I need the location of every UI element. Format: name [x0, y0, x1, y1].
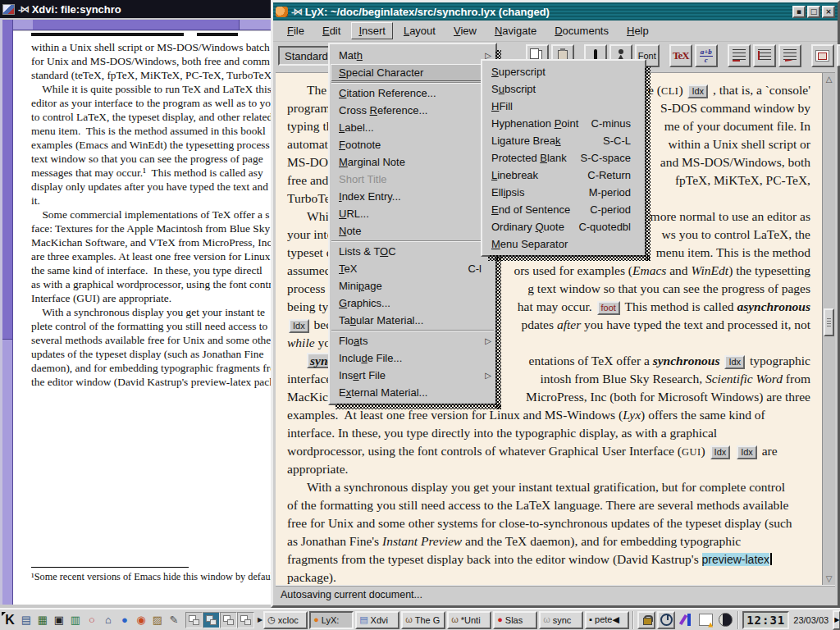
task-button-slas[interactable]: ●Slas: [493, 611, 537, 629]
xdvi-hscroll-thumb[interactable]: [33, 20, 240, 30]
task-button-the-g[interactable]: ωThe G: [401, 611, 445, 629]
task-button-xcloc[interactable]: ◷xcloc: [263, 611, 308, 629]
insert-menu-item-special-character[interactable]: Special Character▷: [331, 64, 495, 81]
document-scrollbar[interactable]: △ ▽: [822, 73, 835, 585]
insert-menu-item-insert-file[interactable]: Insert File▷: [331, 367, 495, 384]
spchar-menu-item-protected-blank[interactable]: Protected BlankS-C-space: [483, 149, 644, 167]
menu-insert[interactable]: Insert: [351, 22, 393, 39]
panel-hide-button[interactable]: ▶: [833, 610, 840, 630]
insert-menu-item-url[interactable]: URL...: [331, 205, 495, 222]
idx-inset-button[interactable]: Idx: [724, 355, 745, 369]
insert-figure-button[interactable]: [811, 44, 834, 67]
editor-button[interactable]: ✎: [166, 611, 182, 629]
terminal-button[interactable]: ▣: [51, 611, 67, 629]
konsole-button[interactable]: ▥: [67, 611, 84, 629]
insert-menu-item-note[interactable]: Note: [331, 222, 495, 240]
pager-desktop-4[interactable]: [237, 612, 254, 628]
task-button-xdvi[interactable]: ▤Xdvi: [355, 611, 399, 629]
xdvi-titlebar[interactable]: -⋈ Xdvi: file:synchro: [0, 0, 274, 18]
insert-footnote-button[interactable]: [728, 44, 751, 67]
task-button-sync[interactable]: ωsync: [539, 611, 583, 629]
menu-file[interactable]: File: [280, 22, 312, 39]
insert-menu-item-citation-reference[interactable]: Citation Reference...: [331, 84, 495, 102]
spchar-menu-item-superscript[interactable]: Superscript: [483, 63, 644, 80]
xdvi-vscroll-thumb[interactable]: [2, 20, 12, 340]
organizer-icon[interactable]: [696, 611, 714, 629]
insert-marginnote-button[interactable]: [753, 44, 776, 67]
lock-screen-icon[interactable]: [637, 611, 655, 629]
idx-inset-button[interactable]: Idx: [710, 445, 731, 459]
insert-menu-item-index-entry[interactable]: Index Entry...: [331, 188, 495, 205]
show-desktop-button[interactable]: ▦: [34, 611, 51, 629]
window-list-button[interactable]: ▤: [18, 611, 34, 629]
change-depth-button[interactable]: [778, 44, 801, 67]
idx-inset-button[interactable]: Idx: [687, 84, 708, 98]
spchar-menu-item-menu-separator[interactable]: Menu Separator: [483, 235, 644, 253]
taskbar-scroll-arrow-icon[interactable]: ▶: [258, 611, 262, 629]
layout-combo[interactable]: Standard: [278, 46, 335, 66]
idx-inset-button[interactable]: Idx: [289, 319, 309, 333]
spchar-menu-item-ellipsis[interactable]: EllipsisM-period: [483, 184, 644, 201]
insert-menu-item-lists-toc[interactable]: Lists & TOC▷: [331, 243, 495, 260]
spchar-menu-item-hyphenation-point[interactable]: Hyphenation PointC-minus: [483, 115, 644, 132]
insert-menu-item-math[interactable]: Math▷: [331, 47, 495, 64]
text-segment: free and: [287, 173, 328, 187]
notes-button[interactable]: ▨: [149, 611, 166, 629]
help-button[interactable]: ○: [84, 611, 100, 629]
klipper-icon[interactable]: [677, 611, 695, 629]
insert-menu-item-external-material[interactable]: External Material...: [331, 384, 495, 401]
insert-menu-item-label[interactable]: Label...: [331, 119, 495, 136]
scroll-up-icon[interactable]: △: [823, 75, 835, 84]
spchar-menu-item-ordinary-quote[interactable]: Ordinary QuoteC-quotedbl: [483, 218, 644, 235]
insert-menu-item-floats[interactable]: Floats▷: [331, 332, 495, 349]
close-button[interactable]: ×: [822, 6, 835, 18]
insert-menu-item-minipage[interactable]: Minipage: [331, 277, 495, 294]
insert-menu-item-tex[interactable]: TeXC-l: [331, 260, 495, 277]
task-button-unti[interactable]: ω*Unti: [447, 611, 491, 629]
insert-menu-item-footnote[interactable]: Footnote: [331, 136, 495, 153]
clock[interactable]: 12:31: [742, 611, 789, 629]
menu-edit[interactable]: Edit: [315, 22, 348, 39]
menu-layout[interactable]: Layout: [396, 22, 443, 39]
insert-menu-item-marginal-note[interactable]: Marginal Note: [331, 153, 495, 171]
insert-menu-item-graphics[interactable]: Graphics...: [331, 294, 495, 312]
home-folder-button[interactable]: ⌂: [100, 611, 116, 629]
lyx-titlebar[interactable]: -⋈ LyX: ~/doc/beginlatex/src/synchro.lyx…: [273, 2, 838, 21]
scrollbar-thumb[interactable]: [824, 308, 834, 336]
idx-inset-button[interactable]: Idx: [737, 445, 757, 459]
pager-desktop-1[interactable]: [185, 612, 203, 628]
kde-app-button[interactable]: ◉: [133, 611, 149, 629]
spchar-menu-item-hfill[interactable]: HFill: [483, 98, 644, 115]
date[interactable]: 23/03/03: [790, 615, 832, 625]
menu-documents[interactable]: Documents: [547, 22, 616, 39]
footnote-inset-button[interactable]: foot: [597, 301, 620, 315]
spchar-menu-item-end-of-sentence[interactable]: End of SentenceC-period: [483, 201, 644, 218]
spchar-menu-item-ligature-break[interactable]: Ligature BreakS-C-L: [483, 132, 644, 149]
menu-view[interactable]: View: [446, 22, 484, 39]
task-button-lyx[interactable]: ●LyX:: [309, 611, 354, 629]
menu-help[interactable]: Help: [619, 22, 656, 39]
tex-mode-button[interactable]: TeX: [669, 44, 692, 67]
iconify-button[interactable]: ▪: [792, 6, 806, 18]
pager-desktop-2[interactable]: [203, 612, 220, 628]
web-browser-button[interactable]: ●: [116, 611, 133, 629]
task-button-pete[interactable]: ▪pete◀: [585, 611, 629, 629]
line-left-fragment: free for Unix and some other systems for…: [287, 514, 792, 532]
pager-desktop-3[interactable]: [220, 612, 237, 628]
menu-navigate[interactable]: Navigate: [487, 22, 544, 39]
insert-menu-item-include-file[interactable]: Include File...: [331, 349, 495, 367]
maximize-button[interactable]: □: [807, 6, 820, 18]
math-mode-button[interactable]: a+bc: [695, 44, 718, 67]
moon-phase-icon[interactable]: [716, 611, 734, 629]
logout-icon[interactable]: [657, 611, 675, 629]
spchar-menu-item-linebreak[interactable]: LinebreakC-Return: [483, 167, 644, 184]
xdvi-horizontal-scrollbar[interactable]: [13, 20, 274, 30]
insert-menu-item-cross-reference[interactable]: Cross Reference...: [331, 102, 495, 119]
insert-menu-item-tabular-material[interactable]: Tabular Material...: [331, 312, 495, 329]
menu-item-label: HFill: [491, 100, 513, 112]
scroll-down-icon[interactable]: ▽: [823, 574, 835, 583]
spchar-menu-item-subscript[interactable]: Subscript: [483, 80, 644, 98]
insert-table-button[interactable]: [837, 44, 840, 67]
k-menu-button[interactable]: K: [2, 611, 18, 629]
xdvi-vertical-scrollbar[interactable]: [2, 20, 13, 605]
